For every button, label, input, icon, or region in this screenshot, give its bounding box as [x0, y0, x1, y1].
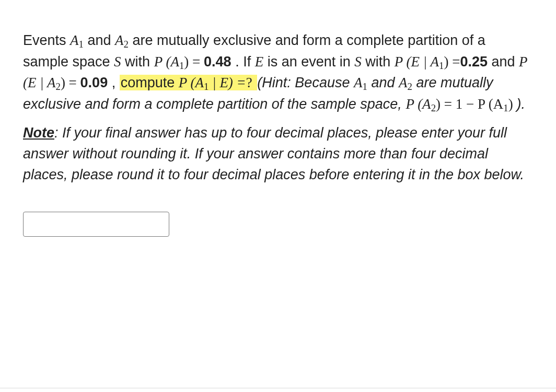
text: ,	[112, 75, 120, 90]
value-P-A1: 0.48	[204, 54, 231, 70]
math-P-A1: P (A1) =	[154, 54, 204, 70]
math-E: E	[255, 54, 264, 70]
note-body: If your final answer has up to four deci…	[23, 125, 524, 182]
text: Events	[23, 32, 70, 48]
divider-line	[0, 388, 556, 388]
math-P-A2-equation: P (A2) = 1 − P (A1)	[406, 96, 516, 112]
text: and	[88, 32, 115, 48]
math-A1: A1	[70, 32, 84, 48]
question-container: Events A1 and A2 are mutually exclusive …	[0, 0, 556, 260]
math-S: S	[114, 54, 121, 70]
highlighted-question: compute P (A1 | E) =?	[120, 75, 258, 90]
problem-paragraph: Events A1 and A2 are mutually exclusive …	[23, 30, 533, 116]
note-label: Note	[23, 125, 54, 141]
text: and	[492, 54, 519, 70]
math-A2: A2	[399, 75, 412, 90]
math-A2: A2	[115, 32, 129, 48]
math-S: S	[354, 54, 362, 70]
text: with	[125, 54, 154, 70]
math-A1: A1	[354, 75, 367, 90]
math-P-A1-given-E: P (A1 | E) =?	[179, 75, 252, 90]
text: with	[365, 54, 395, 70]
math-P-E-given-A1: P (E | A1) =	[395, 54, 460, 70]
note-colon: :	[54, 125, 62, 141]
text: is an event in	[268, 54, 355, 70]
value-P-E-given-A1: 0.25	[460, 54, 488, 70]
text: compute	[121, 75, 179, 90]
answer-input[interactable]	[23, 212, 169, 237]
value-P-E-given-A2: 0.09	[80, 75, 108, 90]
note-paragraph: Note: If your final answer has up to fou…	[23, 123, 533, 186]
text: . If	[235, 54, 255, 70]
